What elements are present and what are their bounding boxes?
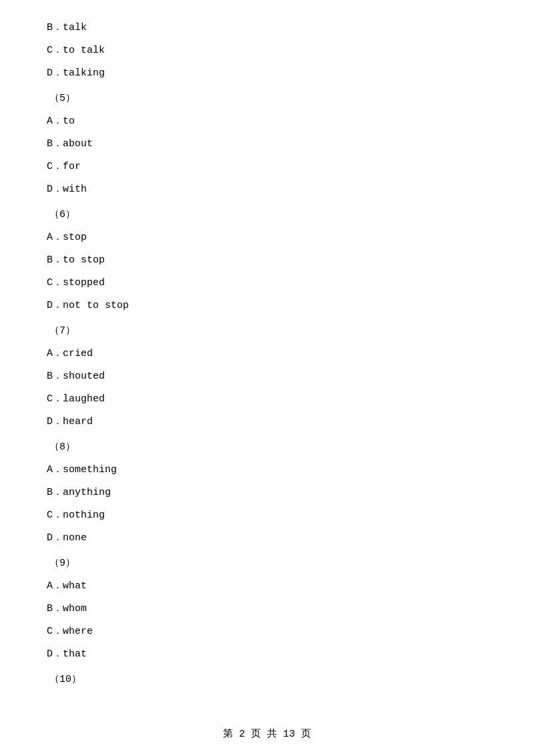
question-8-number: （8） [47, 439, 487, 455]
question-5-number: （5） [47, 91, 487, 107]
q6-option-d: D．not to stop [47, 298, 487, 314]
option-d-talking: D．talking [47, 65, 487, 81]
page-footer: 第 2 页 共 13 页 [0, 727, 534, 740]
question-6-number: （6） [47, 207, 487, 223]
q5-option-c: C．for [47, 159, 487, 175]
q7-option-d: D．heard [47, 414, 487, 430]
question-7-number: （7） [47, 323, 487, 339]
q8-option-d: D．none [47, 530, 487, 546]
q9-option-c: C．where [47, 624, 487, 640]
option-c-to-talk: C．to talk [47, 43, 487, 59]
q8-option-c: C．nothing [47, 508, 487, 524]
q5-option-a: A．to [47, 114, 487, 130]
q6-option-b: B．to stop [47, 252, 487, 268]
question-10-number: （10） [47, 672, 487, 688]
q6-option-c: C．stopped [47, 275, 487, 291]
q9-option-b: B．whom [47, 601, 487, 617]
q8-option-b: B．anything [47, 485, 487, 501]
q7-option-a: A．cried [47, 346, 487, 362]
q7-option-b: B．shouted [47, 369, 487, 385]
q7-option-c: C．laughed [47, 391, 487, 407]
q5-option-d: D．with [47, 182, 487, 198]
q5-option-b: B．about [47, 136, 487, 152]
question-9-number: （9） [47, 556, 487, 572]
main-content: B．talk C．to talk D．talking （5） A．to B．ab… [0, 0, 534, 735]
q6-option-a: A．stop [47, 230, 487, 246]
q9-option-d: D．that [47, 646, 487, 663]
q9-option-a: A．what [47, 578, 487, 594]
option-b-talk: B．talk [47, 20, 487, 36]
q8-option-a: A．something [47, 462, 487, 478]
